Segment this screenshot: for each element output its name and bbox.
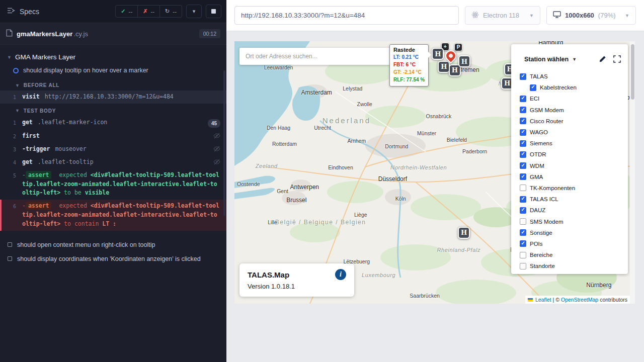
assert-failed[interactable]: 6 -assert expected <div#leaflet-tooltip-… (0, 200, 226, 230)
pending-test-row[interactable]: should display coordinates when 'Koordin… (0, 252, 226, 266)
map-marker[interactable]: H (458, 55, 470, 67)
checkbox[interactable] (520, 207, 526, 214)
url-input[interactable] (241, 12, 452, 19)
checkbox[interactable] (520, 151, 526, 158)
sidebar-scrollbar[interactable] (223, 70, 225, 216)
app-version: Version 1.0.18.1 (248, 283, 346, 290)
layer-checkbox-row[interactable]: Sonstige (520, 227, 628, 238)
layer-checkbox-row[interactable]: DAUZ (520, 205, 628, 216)
checkbox[interactable] (520, 162, 526, 169)
checkbox[interactable] (520, 96, 526, 102)
layer-checkbox-row[interactable]: Siemens (520, 138, 628, 149)
checkbox[interactable] (530, 84, 536, 91)
map-label: Saarbrücken (410, 293, 440, 299)
command-get-markers[interactable]: 1 get.leaflet-marker-icon 45 (0, 116, 226, 130)
command-trigger[interactable]: 3 -triggermouseover (0, 143, 226, 156)
checkbox[interactable] (520, 129, 526, 136)
checkbox[interactable] (520, 140, 526, 147)
layer-checkbox-row[interactable]: POIs (520, 238, 628, 249)
checkbox[interactable] (520, 107, 526, 113)
checkbox[interactable] (520, 229, 526, 236)
layer-label: DAUZ (530, 207, 545, 213)
spec-file-row[interactable]: gmaMarkersLayer .cy.js 00:12 (0, 23, 226, 45)
command-first[interactable]: 2 first (0, 130, 226, 143)
layer-checkbox-row[interactable]: GMA (520, 171, 628, 183)
chevron-down-icon[interactable]: ▼ (572, 57, 577, 62)
checkbox[interactable] (520, 73, 526, 80)
leaflet-map[interactable]: Hamburg Bremen Hannover Niedersachsen Gr… (234, 41, 635, 304)
collapse-all-button[interactable]: ▾ (186, 5, 202, 18)
chevron-down-icon: ▾ (193, 8, 196, 15)
checkbox[interactable] (520, 196, 526, 203)
command-visit[interactable]: 1 visithttp://192.168.10.33:3000/?m=12&u… (0, 90, 226, 104)
before-all-section[interactable]: ▼ BEFORE ALL (0, 78, 226, 90)
layer-label: Cisco Router (530, 118, 563, 124)
specs-menu[interactable]: Specs (7, 7, 39, 16)
layer-checkbox-row[interactable]: TALAS ICL (520, 194, 628, 205)
pending-test-row[interactable]: should open context menu on right-click … (0, 238, 226, 252)
layer-checkbox-row[interactable]: Standorte (520, 260, 628, 272)
checkbox[interactable] (520, 263, 526, 269)
map-marker[interactable]: H (432, 48, 444, 60)
checkbox[interactable] (520, 118, 526, 124)
osm-link[interactable]: OpenStreetMap (561, 297, 598, 303)
layer-label: Kabelstrecken (540, 84, 577, 90)
map-marker[interactable]: H (438, 61, 450, 73)
layer-checkbox-row[interactable]: WAGO (520, 127, 628, 138)
suite-title[interactable]: ▼ GMA Markers Layer (0, 50, 226, 64)
search-input[interactable] (246, 53, 384, 60)
layer-checkbox-row[interactable]: Kabelstrecken (520, 82, 628, 93)
test-body-section[interactable]: ▼ TEST BODY (0, 104, 226, 116)
stat-item: ↻ -- (160, 6, 182, 17)
file-icon (6, 29, 13, 39)
map-label: Den Haag (267, 125, 290, 131)
running-test-title[interactable]: should display tooltip on hover over a m… (0, 64, 226, 78)
layer-checkbox-row[interactable]: OTDR (520, 149, 628, 160)
leaflet-link[interactable]: Leaflet (535, 297, 551, 303)
layer-checkbox-row[interactable]: GSM Modem (520, 105, 628, 116)
reporter-header: Specs ✓ -- ✗ -- ↻ -- (0, 0, 226, 23)
map-search-box[interactable] (239, 48, 390, 65)
layer-label: POIs (530, 241, 543, 247)
layer-checkbox-row[interactable]: Cisco Router (520, 116, 628, 127)
viewport-selector[interactable]: 1000x660 (79%) ▼ (546, 6, 636, 25)
edit-button[interactable] (599, 55, 606, 63)
stat-item: ✓ -- (116, 6, 138, 17)
map-label: Lelystad (343, 85, 362, 92)
marker-tooltip[interactable]: Rastede LT: 0.21 °C FBT: 6 °C GT: -2.14 … (389, 44, 429, 86)
map-marker[interactable]: H (458, 227, 470, 239)
fullscreen-button[interactable] (613, 55, 621, 63)
assert-passed[interactable]: 5 -assert expected <div#leaflet-tooltip-… (0, 169, 226, 200)
checkbox[interactable] (520, 185, 526, 191)
command-get-tooltip[interactable]: 4 get.leaflet-tooltip (0, 156, 226, 169)
layer-checkbox-row[interactable]: TK-Komponenten (520, 183, 628, 194)
station-select-label[interactable]: Station wählen (524, 56, 569, 63)
scrollbar-thumb[interactable] (631, 44, 634, 100)
caret-down-icon: ▼ (7, 55, 12, 60)
tooltip-value-row: GT: -2.14 °C (393, 68, 425, 76)
layer-label: Sonstige (530, 230, 552, 236)
checkbox[interactable] (520, 240, 526, 247)
viewport-icon (553, 11, 561, 20)
checkbox[interactable] (520, 218, 526, 225)
layer-checkbox-row[interactable]: TALAS (520, 71, 628, 82)
layer-checkbox-row[interactable]: ECI (520, 93, 628, 104)
checkbox[interactable] (520, 173, 526, 180)
map-marker[interactable]: P (454, 43, 462, 51)
layer-checkbox-row[interactable]: SMS Modem (520, 216, 628, 227)
runner-stage: Electron 118 ▼ 1000x660 (79%) ▼ (226, 0, 644, 362)
stat-icon: ✗ (143, 8, 147, 15)
command-log: ▼ GMA Markers Layer should display toolt… (0, 45, 226, 362)
spec-extension: .cy.js (73, 30, 88, 38)
pending-test-title: should display coordinates when 'Koordin… (17, 255, 201, 262)
map-scrollbar[interactable] (630, 41, 635, 304)
map-label: Eindhoven (328, 164, 353, 170)
layer-checkbox-row[interactable]: Bereiche (520, 249, 628, 260)
browser-selector[interactable]: Electron 118 ▼ (465, 6, 540, 25)
stop-run-button[interactable] (206, 5, 221, 18)
address-bar[interactable] (234, 6, 459, 25)
stat-item: ✗ -- (138, 6, 160, 17)
layer-checkbox-row[interactable]: WDM (520, 160, 628, 171)
info-icon[interactable]: i (335, 269, 346, 280)
checkbox[interactable] (520, 252, 526, 258)
